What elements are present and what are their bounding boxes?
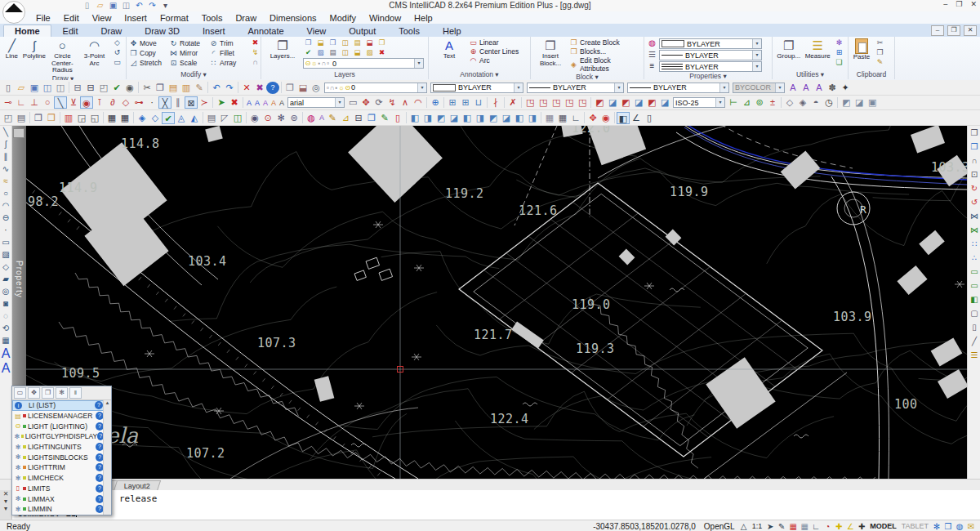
menu-modify[interactable]: Modify xyxy=(323,13,363,23)
select-icon[interactable]: ⊞ xyxy=(833,48,845,57)
freeze-icon[interactable]: ▪ xyxy=(318,60,321,67)
quickcalc-icon[interactable]: ✻ xyxy=(833,38,845,47)
target-red-icon[interactable]: ◉ xyxy=(599,112,612,124)
open-icon[interactable]: ▱ xyxy=(15,82,28,94)
combo-arrow-icon[interactable]: ▾ xyxy=(752,39,761,48)
qat-undo-icon[interactable]: ↶ xyxy=(134,1,145,11)
redo-icon[interactable]: ↷ xyxy=(223,82,236,94)
region-icon[interactable]: ◙ xyxy=(1,297,11,310)
lineweight-combo-toolbar[interactable]: BYLAYER▾ xyxy=(627,83,729,93)
print-preview-icon[interactable]: ◰ xyxy=(97,82,110,94)
cell-c-icon[interactable]: ⊔ xyxy=(472,96,485,109)
rotate-m-icon[interactable]: ↻ xyxy=(969,181,980,195)
color-icon[interactable]: ▫ xyxy=(327,84,329,91)
ribbon-button-create-block[interactable]: ❐Create Block xyxy=(569,38,641,47)
rectangle-icon[interactable]: ▭ xyxy=(1,236,11,248)
combo-arrow-icon[interactable]: ▾ xyxy=(417,83,426,92)
mdi-minimize-button[interactable]: – xyxy=(931,25,944,36)
ribbon-button-layers-[interactable]: ❐Layers... xyxy=(264,38,301,60)
mdi-close-button[interactable]: ✕ xyxy=(964,25,977,36)
match-properties-icon[interactable]: ✎ xyxy=(193,82,206,94)
ribbon-tab-view[interactable]: View xyxy=(296,25,338,37)
cut-icon[interactable]: ✂ xyxy=(140,82,154,94)
dim-angular-icon[interactable]: ⊿ xyxy=(740,96,753,109)
ucs-b-icon[interactable]: ◪ xyxy=(853,96,866,109)
mail-icon[interactable]: ✉ xyxy=(965,521,977,531)
doc-ok-icon[interactable]: ◫ xyxy=(231,112,244,124)
spline-icon[interactable]: ∿ xyxy=(1,163,11,175)
orbit-d-icon[interactable]: ◭ xyxy=(188,112,201,124)
snap-parallel-icon[interactable]: ⊶ xyxy=(132,96,145,109)
lg-8-icon[interactable]: ✔ xyxy=(303,48,314,56)
grid-a-icon[interactable]: ▦ xyxy=(543,112,556,124)
cube-7-icon[interactable]: ◩ xyxy=(487,112,500,124)
polygon-icon[interactable]: ◇ xyxy=(111,38,123,47)
snap-apparent-icon[interactable]: ⊻ xyxy=(67,96,80,109)
text-style-5[interactable]: A xyxy=(278,99,286,107)
qat-capture-icon[interactable]: ◫ xyxy=(121,1,131,11)
snap-intersect-icon[interactable]: ╳ xyxy=(158,96,172,109)
ribbon-group-label[interactable]: Annotation ▾ xyxy=(429,70,530,79)
marker-3-icon[interactable]: ◳ xyxy=(550,96,563,109)
linetype-icon[interactable]: ☰ xyxy=(647,50,657,60)
cube-3-icon[interactable]: ◩ xyxy=(434,112,448,124)
help-badge[interactable]: ? xyxy=(95,401,103,409)
plot-style-icon[interactable]: ⊟ xyxy=(71,82,84,94)
popup-item-lightingunits[interactable]: ✻LIGHTINGUNITS? xyxy=(12,442,104,453)
linetype-combo[interactable]: BYLAYER▾ xyxy=(659,50,762,60)
multiline-icon[interactable]: ∥ xyxy=(1,150,11,163)
copy-icon[interactable]: ❐ xyxy=(154,82,167,94)
style-bold-a-icon[interactable]: A xyxy=(786,82,800,94)
dim-linear-icon[interactable]: ⊢ xyxy=(727,96,740,109)
flag-1-icon[interactable]: ◩ xyxy=(593,96,606,109)
lg-14-icon[interactable]: ✖ xyxy=(376,48,387,56)
sketch-icon[interactable]: ≈ xyxy=(1,175,11,187)
box-m-icon[interactable]: ▢ xyxy=(969,306,980,320)
orbit-b-icon[interactable]: ◇ xyxy=(149,112,162,124)
spell-check-icon[interactable]: ✔ xyxy=(110,82,123,94)
snap-mid-icon[interactable]: ∟ xyxy=(15,96,28,109)
tile-windows-icon[interactable]: ❒ xyxy=(942,521,954,531)
find-icon[interactable]: ◉ xyxy=(123,82,136,94)
snap-off-icon[interactable]: ≻ xyxy=(198,96,211,109)
revcloud-icon[interactable]: ↺ xyxy=(111,48,123,57)
table-icon[interactable]: ▦ xyxy=(1,334,11,346)
combo-arrow-icon[interactable]: ▾ xyxy=(614,83,623,92)
color-wheel-icon[interactable]: ◍ xyxy=(647,38,657,48)
image-a-icon[interactable]: ◲ xyxy=(75,112,88,124)
lg-5-icon[interactable]: ▤ xyxy=(352,38,363,47)
ribbon-tab-output[interactable]: Output xyxy=(337,25,387,37)
cell-b-icon[interactable]: ⊞ xyxy=(459,96,472,109)
color-wheel-icon[interactable]: ◍ xyxy=(305,112,318,124)
copy-icon[interactable]: ❐ xyxy=(874,48,886,57)
text-style-3[interactable]: A xyxy=(261,99,270,107)
popup-item-limmax[interactable]: ✻LIMMAX? xyxy=(12,493,104,504)
copy-m-icon[interactable]: ❐ xyxy=(969,126,980,140)
combo-arrow-icon[interactable]: ▾ xyxy=(414,59,423,68)
ribbon-tab-help[interactable]: Help xyxy=(431,25,473,37)
lineweight-icon[interactable]: ≡ xyxy=(647,61,657,71)
qat-more-icon[interactable]: ▾ xyxy=(160,1,171,11)
help-icon[interactable]: ? xyxy=(266,82,279,94)
globe-icon[interactable]: ◍ xyxy=(954,521,965,531)
qat-open-icon[interactable]: ▱ xyxy=(95,1,105,11)
print-icon[interactable]: ⊟ xyxy=(84,82,97,94)
menu-view[interactable]: View xyxy=(86,13,118,23)
flag-3-icon[interactable]: ◩ xyxy=(619,96,632,109)
ribbon-tab-edit[interactable]: Edit xyxy=(51,25,90,37)
cube-6-icon[interactable]: ◨ xyxy=(474,112,487,124)
dim-rotate-icon[interactable]: ⟳ xyxy=(372,96,385,109)
solid-icon[interactable]: ▰ xyxy=(1,273,11,285)
undo-icon[interactable]: ↶ xyxy=(210,82,223,94)
union-m-icon[interactable]: ◧ xyxy=(969,292,980,306)
grid-b-icon[interactable]: ▦ xyxy=(556,112,569,124)
cut-icon[interactable]: ✂ xyxy=(874,38,886,47)
unlock-icon[interactable]: ∩ xyxy=(249,58,261,67)
lg-13-icon[interactable]: ▧ xyxy=(364,48,375,56)
array-path-m-icon[interactable]: ∴ xyxy=(969,251,980,265)
copy-blue-icon[interactable]: ❐ xyxy=(365,112,378,124)
time-icon[interactable]: ◷ xyxy=(822,96,835,109)
cube-4-icon[interactable]: ◪ xyxy=(448,112,461,124)
lg-9-icon[interactable]: ▧ xyxy=(315,48,326,56)
color-combo-toolbar[interactable]: BYLAYER▾ xyxy=(430,83,523,93)
